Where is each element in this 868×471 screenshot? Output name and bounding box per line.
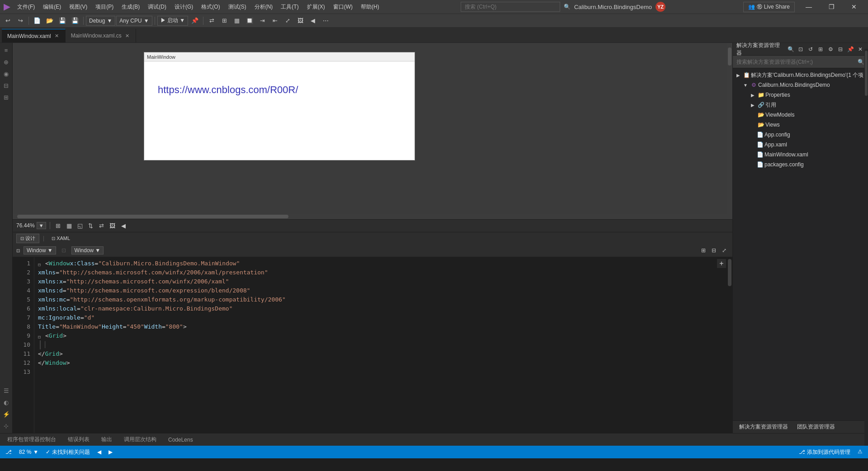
save-all-button[interactable]: 💾 [69,15,81,26]
se-search-icon[interactable]: 🔍 [787,45,795,53]
se-scrollbar[interactable] [864,49,868,446]
split-vert-icon[interactable]: ⊟ [709,246,718,255]
code-scope-dropdown-2[interactable]: Window ▼ [71,246,104,254]
add-source-control[interactable]: ⎇ 添加到源代码管理 [797,448,852,456]
close-button[interactable]: ✕ [844,0,864,14]
zoom-icon-5[interactable]: ⇄ [97,221,106,230]
zoom-status-item[interactable]: 82 % ▼ [17,446,40,458]
minimize-button[interactable]: — [798,0,819,14]
se-icon-2[interactable]: ↺ [807,45,815,53]
tree-item-references[interactable]: ▶ 🔗 引用 [733,100,868,110]
restore-button[interactable]: ❐ [821,0,842,14]
sidebar-icon-2[interactable]: ⊕ [1,57,12,67]
tb-icon-3[interactable]: ▦ [231,15,243,26]
tree-item-appxaml[interactable]: 📄 App.xaml [733,140,868,150]
tab-mainwindow-xaml[interactable]: MainWindow.xaml ✕ [2,29,66,42]
bottom-tab-error-list[interactable]: 错误列表 [62,434,95,445]
menu-test[interactable]: 测试(S) [225,2,250,12]
zoom-dropdown-btn[interactable]: ▼ [37,222,46,229]
menu-extensions[interactable]: 扩展(X) [303,2,329,12]
tb-icon-6[interactable]: ⇤ [269,15,281,26]
cpu-dropdown[interactable]: Any CPU ▼ [116,16,152,26]
design-toggle-button[interactable]: ⊡ 设计 [16,234,39,243]
tb-icon-7[interactable]: ⤢ [282,15,293,26]
sidebar-icon-1[interactable]: ≡ [1,45,12,56]
menu-debug[interactable]: 调试(D) [144,2,170,12]
git-branch-item[interactable]: ⎇ [4,446,14,458]
new-file-button[interactable]: 📄 [31,15,43,26]
save-button[interactable]: 💾 [57,15,68,26]
zoom-icon-6[interactable]: 🖼 [108,221,117,230]
menu-build[interactable]: 生成(B) [118,2,143,12]
se-search-input[interactable] [736,59,856,65]
scrollbar-thumb-h[interactable] [17,215,288,218]
se-scrollbar-thumb[interactable] [865,51,868,96]
xaml-toggle-button[interactable]: ⊡ XAML [48,235,74,242]
menu-format[interactable]: 格式(O) [198,2,223,12]
se-footer-team-explorer[interactable]: 团队资源管理器 [794,422,838,432]
pin-button[interactable]: 📌 [189,15,201,26]
se-icon-1[interactable]: ⊡ [797,45,805,53]
tb-icon-8[interactable]: 🖼 [294,15,306,26]
redo-button[interactable]: ↪ [14,15,26,26]
solution-expand-icon[interactable]: ▶ [735,71,742,79]
maximize-icon[interactable]: ⤢ [720,246,729,255]
scroll-left[interactable]: ◀ [95,446,103,458]
tb-icon-4[interactable]: 🔲 [244,15,255,26]
menu-file[interactable]: 文件(F) [14,2,38,12]
fold-icon-9[interactable]: ⊟ [38,333,44,339]
code-scrollbar-thumb[interactable] [728,259,731,286]
se-search-submit-icon[interactable]: 🔍 [858,59,864,65]
se-pin-icon[interactable]: 📌 [846,45,854,53]
zoom-icon-7[interactable]: ◀ [119,221,128,230]
bottom-tab-call-hierarchy[interactable]: 调用层次结构 [118,434,162,445]
tree-item-mainwindowxaml[interactable]: 📄 MainWindow.xaml [733,150,868,160]
split-horiz-icon[interactable]: ⊞ [699,246,708,255]
zoom-icon-2[interactable]: ▦ [65,221,74,230]
tree-item-properties[interactable]: ▶ 📁 Properties [733,90,868,100]
references-expand-icon[interactable]: ▶ [749,101,756,108]
tb-icon-5[interactable]: ⇥ [256,15,268,26]
design-scrollbar-horizontal[interactable] [13,214,727,219]
tree-item-packagesconfig[interactable]: 📄 packages.config [733,160,868,170]
user-avatar[interactable]: YZ [656,2,665,12]
se-icon-3[interactable]: ⊞ [816,45,825,53]
code-scope-dropdown-1[interactable]: Window ▼ [24,246,56,254]
menu-project[interactable]: 项目(P) [92,2,117,12]
tree-item-appconfig[interactable]: 📄 App.config [733,130,868,140]
start-button[interactable]: ▶ 启动 ▼ [157,16,189,26]
menu-edit[interactable]: 编辑(E) [39,2,65,12]
tab-mainwindow-cs[interactable]: MainWindow.xaml.cs ✕ [66,29,136,42]
menu-tools[interactable]: 工具(T) [277,2,302,12]
tree-item-project[interactable]: ▼ ⚙ Caliburn.Micro.BindingsDemo [733,80,868,90]
se-icon-4[interactable]: ⚙ [826,45,835,53]
sidebar-icon-6[interactable]: ☰ [1,385,12,396]
fold-icon-1[interactable]: ⊟ [38,260,44,267]
tb-icon-9[interactable]: ◀ [307,15,319,26]
menu-help[interactable]: 帮助(H) [357,2,383,12]
no-issues-item[interactable]: ✓ 未找到相关问题 [44,446,92,458]
live-share-button[interactable]: 👥 ⑯ Live Share [743,2,795,12]
sidebar-icon-7[interactable]: ◐ [1,397,12,408]
sidebar-icon-9[interactable]: ⊹ [1,420,12,431]
tb-icon-1[interactable]: ⇄ [206,15,217,26]
menu-design[interactable]: 设计(G) [171,2,197,12]
sidebar-icon-3[interactable]: ◉ [1,68,12,79]
code-scrollbar-v[interactable] [727,257,732,433]
sidebar-icon-5[interactable]: ⊞ [1,92,12,103]
sidebar-icon-8[interactable]: ⚡ [1,409,12,419]
debug-mode-dropdown[interactable]: Debug ▼ [86,16,115,26]
menu-analyze[interactable]: 分析(N) [251,2,277,12]
bottom-tab-package-manager[interactable]: 程序包管理器控制台 [2,434,61,445]
design-scrollbar-vertical[interactable] [727,43,732,219]
bottom-tab-output[interactable]: 输出 [96,434,118,445]
se-icon-5[interactable]: ⊟ [836,45,844,53]
tree-item-views[interactable]: 📂 Views [733,120,868,130]
undo-button[interactable]: ↩ [2,15,14,26]
se-footer-solution-explorer[interactable]: 解决方案资源管理器 [736,422,791,432]
scroll-right[interactable]: ▶ [107,446,114,458]
bottom-tab-codelens[interactable]: CodeLens [163,435,198,445]
error-icon-status[interactable]: ⚠ [856,448,864,455]
zoom-icon-3[interactable]: ◱ [75,221,85,230]
project-expand-icon[interactable]: ▼ [742,81,749,89]
